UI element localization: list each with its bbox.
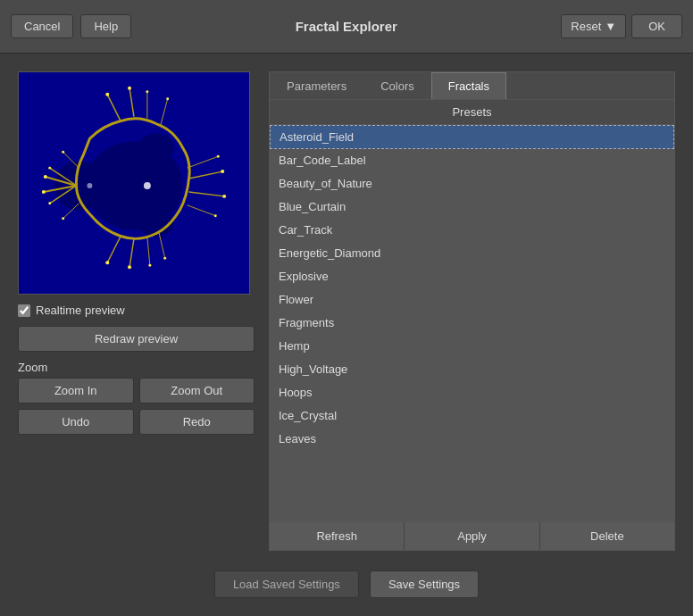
svg-point-25 — [48, 167, 51, 170]
zoom-in-button[interactable]: Zoom In — [18, 378, 134, 404]
preset-item-ice_crystal[interactable]: Ice_Crystal — [270, 404, 674, 428]
preset-item-beauty_of_nature[interactable]: Beauty_of_Nature — [270, 172, 674, 196]
fractal-preview — [18, 71, 250, 295]
redraw-button[interactable]: Redraw preview — [18, 326, 255, 352]
title-bar: Cancel Help Fractal Explorer Reset ▼ OK — [0, 0, 693, 54]
svg-point-38 — [214, 214, 217, 217]
zoom-label: Zoom — [18, 361, 255, 374]
left-panel: Realtime preview Redraw preview Zoom Zoo… — [18, 71, 255, 551]
zoom-buttons: Zoom In Zoom Out Undo Redo — [18, 378, 255, 435]
delete-button[interactable]: Delete — [540, 522, 674, 550]
zoom-section: Zoom Zoom In Zoom Out Undo Redo — [18, 361, 255, 435]
svg-point-27 — [105, 93, 109, 96]
zoom-out-button[interactable]: Zoom Out — [139, 378, 255, 404]
presets-list[interactable]: Asteroid_FieldBar_Code_LabelBeauty_of_Na… — [270, 125, 674, 521]
preset-item-asteroid_field[interactable]: Asteroid_Field — [270, 125, 674, 149]
svg-point-40 — [62, 217, 64, 220]
app-title: Fractal Explorer — [296, 19, 397, 34]
preset-item-energetic_diamond[interactable]: Energetic_Diamond — [270, 242, 674, 265]
reset-button[interactable]: Reset ▼ — [561, 14, 626, 38]
help-button[interactable]: Help — [80, 14, 131, 38]
svg-point-36 — [222, 195, 226, 198]
svg-point-29 — [146, 90, 148, 93]
svg-point-30 — [166, 97, 169, 100]
redo-button[interactable]: Redo — [139, 409, 255, 435]
svg-point-41 — [144, 182, 151, 189]
undo-button[interactable]: Undo — [18, 409, 134, 435]
preset-item-flower[interactable]: Flower — [270, 288, 674, 312]
svg-point-28 — [128, 87, 131, 90]
save-settings-button[interactable]: Save Settings — [370, 570, 479, 598]
preset-item-hoops[interactable]: Hoops — [270, 381, 674, 404]
bottom-bar: Load Saved Settings Save Settings — [0, 560, 693, 616]
svg-point-34 — [163, 257, 166, 260]
realtime-preview-label: Realtime preview — [36, 304, 125, 317]
preset-item-fragments[interactable]: Fragments — [270, 312, 674, 335]
presets-header: Presets — [270, 100, 674, 125]
preset-item-leaves[interactable]: Leaves — [270, 428, 674, 451]
ok-button[interactable]: OK — [631, 14, 682, 38]
svg-point-3 — [138, 133, 174, 162]
svg-point-32 — [128, 265, 131, 269]
svg-point-42 — [87, 183, 92, 188]
svg-point-23 — [44, 175, 47, 179]
dropdown-icon: ▼ — [605, 20, 616, 33]
presets-actions: Refresh Apply Delete — [270, 521, 674, 550]
load-settings-button[interactable]: Load Saved Settings — [214, 570, 359, 598]
preset-item-bar_code_label[interactable]: Bar_Code_Label — [270, 149, 674, 172]
preset-item-explosive[interactable]: Explosive — [270, 265, 674, 288]
svg-point-24 — [42, 190, 46, 194]
right-panel: Parameters Colors Fractals Presets Aster… — [269, 71, 675, 551]
realtime-preview-row: Realtime preview — [18, 304, 255, 317]
tab-bar: Parameters Colors Fractals — [270, 72, 674, 100]
apply-button[interactable]: Apply — [405, 522, 539, 550]
svg-point-39 — [62, 151, 64, 154]
refresh-button[interactable]: Refresh — [270, 522, 405, 550]
svg-point-26 — [48, 202, 51, 204]
preset-item-blue_curtain[interactable]: Blue_Curtain — [270, 196, 674, 219]
tab-colors[interactable]: Colors — [363, 72, 431, 99]
svg-point-35 — [221, 170, 224, 173]
tab-parameters[interactable]: Parameters — [270, 72, 363, 99]
preset-item-hemp[interactable]: Hemp — [270, 335, 674, 358]
main-content: Realtime preview Redraw preview Zoom Zoo… — [0, 54, 693, 560]
svg-point-31 — [105, 261, 109, 264]
preset-item-high_voltage[interactable]: High_Voltage — [270, 358, 674, 381]
svg-point-33 — [148, 264, 151, 267]
tab-fractals[interactable]: Fractals — [431, 72, 506, 99]
realtime-preview-checkbox[interactable] — [18, 304, 30, 317]
svg-point-37 — [217, 155, 220, 158]
cancel-button[interactable]: Cancel — [11, 14, 73, 38]
preset-item-car_track[interactable]: Car_Track — [270, 219, 674, 242]
